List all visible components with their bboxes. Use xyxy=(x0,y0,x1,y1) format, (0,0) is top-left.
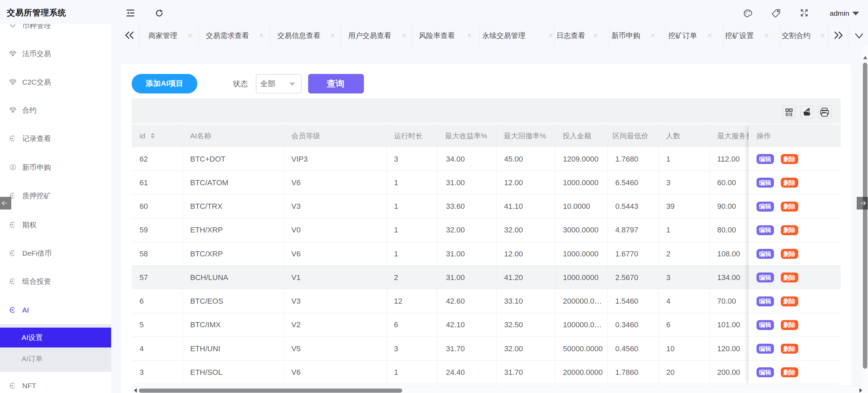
svg-text:$: $ xyxy=(12,165,14,170)
